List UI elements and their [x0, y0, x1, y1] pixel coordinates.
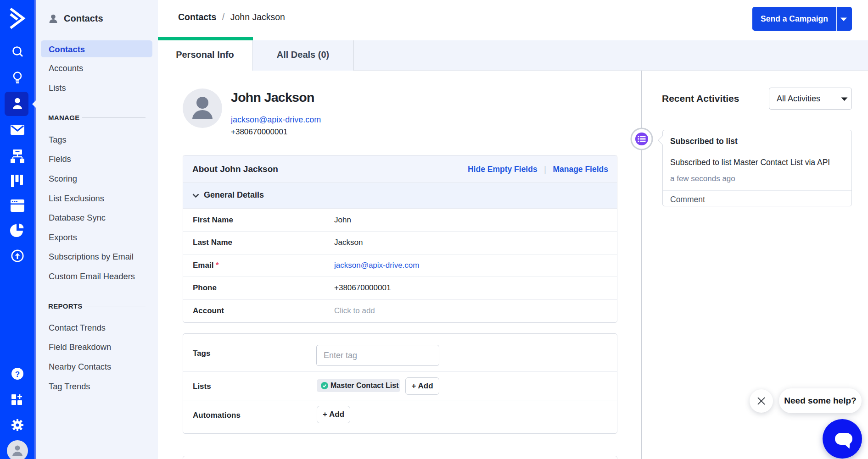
- svg-text:?: ?: [15, 370, 20, 379]
